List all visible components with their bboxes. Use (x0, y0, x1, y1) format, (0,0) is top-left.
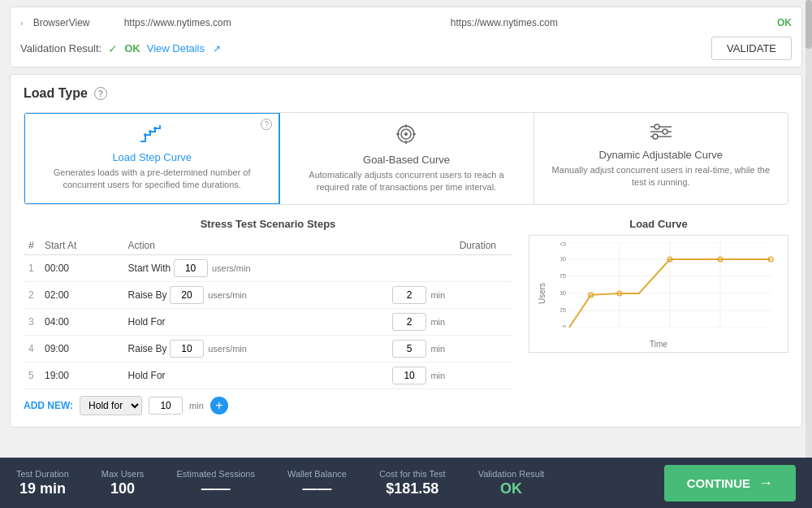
browser-name: BrowserView (33, 17, 114, 28)
validate-button[interactable]: VALIDATE (711, 37, 792, 60)
row-action-5: Hold For (123, 362, 388, 389)
load-type-help-icon[interactable]: ? (94, 87, 107, 100)
row-action-3: Hold For (123, 308, 388, 335)
row-num-1: 1 (24, 254, 40, 281)
add-new-select[interactable]: Hold for (80, 396, 142, 415)
browser-url-1: https://www.nytimes.com (124, 17, 441, 28)
row-duration-5: min (387, 362, 512, 389)
row-unit2-4: min (430, 344, 445, 354)
add-new-row: ADD NEW: Hold for min + (24, 396, 512, 415)
svg-text:50: 50 (560, 289, 566, 297)
load-step-title: Load Step Curve (38, 151, 266, 163)
chevron-icon: › (20, 18, 24, 28)
table-row: 4 09:00 Raise By users/min min (24, 335, 512, 362)
table-row: 2 02:00 Raise By users/min min (24, 281, 512, 308)
row-action-2: Raise By users/min (123, 281, 388, 308)
row-start-3: 04:00 (40, 308, 123, 335)
wallet-balance-value: —— (287, 480, 347, 497)
test-duration-label: Test Duration (16, 469, 69, 479)
row-duration-4: min (387, 335, 512, 362)
test-duration-value: 19 min (16, 480, 69, 497)
row-unit2-3: min (430, 317, 445, 327)
goal-based-curve-card[interactable]: Goal-Based Curve Automatically adjusts c… (279, 113, 533, 204)
load-type-header: Load Type ? (24, 86, 788, 101)
row-start-1: 00:00 (40, 254, 123, 281)
chart-x-label: Time (650, 340, 667, 349)
wallet-balance-label: Wallet Balance (287, 469, 347, 479)
row-num-5: 5 (24, 362, 40, 389)
validation-result-label: Validation Result (478, 469, 545, 479)
svg-text:25: 25 (560, 306, 566, 314)
browser-validation-section: › BrowserView https://www.nytimes.com ht… (10, 7, 802, 67)
validation-row: Validation Result: ✓ OK View Details ↗ V… (20, 37, 792, 60)
estimated-sessions-value: —— (176, 480, 255, 497)
load-type-cards: ? Load Step Curve Generates loads with a… (24, 112, 788, 205)
table-row: 5 19:00 Hold For min (24, 362, 512, 389)
svg-text:75: 75 (560, 272, 566, 280)
cost-value: $181.58 (379, 480, 446, 497)
svg-point-0 (144, 133, 147, 137)
svg-point-5 (404, 132, 408, 136)
chart-title: Load Curve (529, 218, 788, 230)
scrollbar[interactable] (806, 0, 812, 508)
svg-point-1 (149, 130, 152, 133)
add-new-unit: min (189, 401, 204, 410)
row-start-4: 09:00 (40, 335, 123, 362)
row-num-2: 2 (24, 281, 40, 308)
goal-based-title: Goal-Based Curve (292, 154, 520, 166)
col-start: Start At (40, 237, 123, 255)
row-val1-1[interactable] (174, 259, 208, 277)
browser-status: OK (777, 17, 792, 28)
bottom-bar: Test Duration 19 min Max Users 100 Estim… (0, 458, 812, 508)
scenario-section: Stress Test Scenario Steps # Start At Ac… (24, 218, 512, 415)
row-val2-3[interactable] (392, 313, 426, 331)
svg-point-14 (663, 129, 667, 134)
row-val2-2[interactable] (392, 286, 426, 304)
row-action-1: Start With users/min (123, 254, 388, 281)
row-num-4: 4 (24, 335, 40, 362)
validation-result-stat: Validation Result OK (478, 469, 545, 497)
wallet-balance-stat: Wallet Balance —— (287, 469, 347, 497)
validation-label: Validation Result: (20, 42, 102, 54)
row-val2-5[interactable] (392, 367, 426, 384)
browser-row: › BrowserView https://www.nytimes.com ht… (20, 14, 792, 32)
row-action-4: Raise By users/min (123, 335, 388, 362)
continue-button[interactable]: CONTINUE → (664, 465, 796, 501)
chart-section: Load Curve Users 0 25 (529, 218, 788, 415)
col-action: Action (123, 237, 388, 255)
row-val1-4[interactable] (170, 340, 204, 358)
svg-text:100: 100 (560, 255, 566, 263)
dynamic-desc: Manually adjust concurrent users in real… (547, 164, 775, 189)
goal-based-desc: Automatically adjusts concurrent users t… (292, 169, 520, 194)
cost-label: Cost for this Test (379, 469, 446, 479)
add-new-value[interactable] (149, 397, 183, 415)
chart-svg: 0 25 50 75 100 125 00:00 05:00 10:00 15:… (560, 242, 780, 328)
svg-point-13 (654, 124, 659, 129)
cost-stat: Cost for this Test $181.58 (379, 469, 446, 497)
validation-result-value: OK (478, 480, 545, 497)
row-start-5: 19:00 (40, 362, 123, 389)
load-step-curve-card[interactable]: ? Load Step Curve Generates loads with a… (24, 112, 280, 205)
svg-text:125: 125 (560, 242, 566, 247)
load-type-title: Load Type (24, 86, 88, 101)
max-users-stat: Max Users 100 (102, 469, 145, 497)
continue-arrow-icon: → (758, 475, 773, 492)
check-icon: ✓ (108, 42, 118, 55)
view-details-link[interactable]: View Details (147, 42, 205, 54)
row-unit2-2: min (430, 290, 445, 300)
row-val2-4[interactable] (392, 340, 426, 358)
scrollbar-thumb[interactable] (806, 0, 812, 49)
estimated-sessions-label: Estimated Sessions (176, 469, 255, 479)
dynamic-curve-card[interactable]: Dynamic Adjustable Curve Manually adjust… (534, 113, 788, 204)
chart-area: Users 0 25 50 75 (529, 235, 788, 353)
svg-point-2 (153, 127, 157, 130)
test-duration-stat: Test Duration 19 min (16, 469, 69, 497)
row-unit1-2: users/min (208, 290, 247, 300)
row-duration-2: min (387, 281, 512, 308)
card-help-icon-1[interactable]: ? (261, 119, 272, 130)
col-duration: Duration (387, 237, 512, 255)
svg-point-15 (653, 134, 658, 139)
add-new-button[interactable]: + (210, 397, 228, 415)
row-val1-2[interactable] (170, 286, 204, 304)
external-link-icon: ↗ (213, 43, 221, 54)
